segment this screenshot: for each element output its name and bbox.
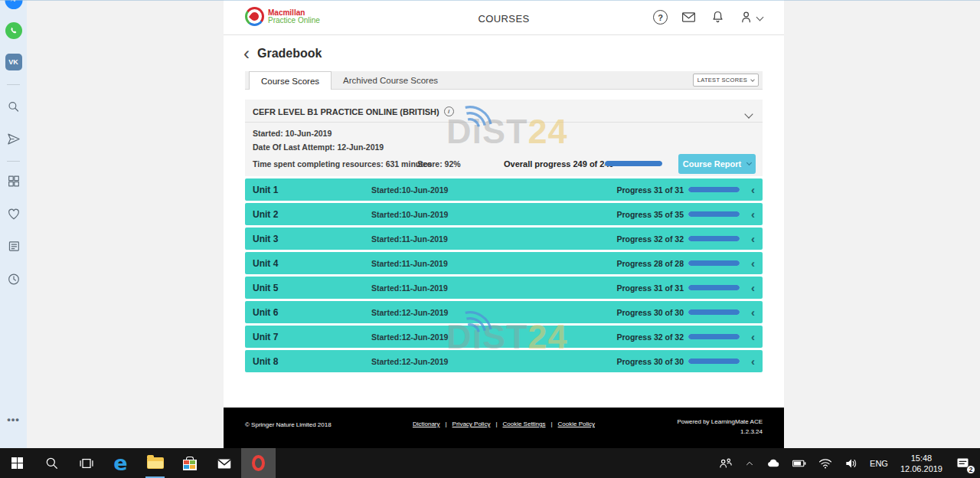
sidebar-divider <box>7 84 20 85</box>
unit-progress-bar <box>688 236 740 241</box>
messenger-icon[interactable] <box>5 0 22 9</box>
chevron-left-icon[interactable]: ‹ <box>751 309 755 316</box>
nav-courses-link[interactable]: COURSES <box>478 13 529 25</box>
unit-name: Unit 7 <box>253 332 371 342</box>
unit-progress-bar <box>688 334 740 339</box>
account-menu-icon[interactable] <box>739 9 763 25</box>
unit-started-date: Started:12-Jun-2019 <box>371 308 448 317</box>
tab-course-scores[interactable]: Course Scores <box>249 71 332 90</box>
browser-sidebar: VK ••• <box>0 0 27 448</box>
onedrive-cloud-icon[interactable] <box>761 448 786 478</box>
latest-scores-dropdown[interactable]: LATEST SCORES <box>693 74 759 87</box>
footer-link-separator: | <box>446 421 447 427</box>
course-started-date: Started: 10-Jun-2019 <box>253 129 332 138</box>
back-button[interactable]: ‹ <box>243 46 250 61</box>
opera-browser-icon[interactable] <box>241 448 276 478</box>
footer-link[interactable]: Privacy Policy <box>452 421 491 427</box>
info-icon[interactable]: i <box>444 106 454 116</box>
chevron-left-icon[interactable]: ‹ <box>751 358 755 365</box>
people-tray-icon[interactable] <box>714 448 738 478</box>
news-icon[interactable] <box>6 239 21 254</box>
unit-started-date: Started:11-Jun-2019 <box>371 234 448 244</box>
footer-link-separator: | <box>495 421 497 427</box>
course-report-button[interactable]: Course Report <box>678 154 756 174</box>
tray-expand-chevron-icon[interactable] <box>740 448 760 478</box>
speed-dial-grid-icon[interactable] <box>6 174 21 188</box>
help-icon[interactable]: ? <box>653 10 668 25</box>
unit-progress-bar <box>688 260 740 266</box>
course-last-attempt-date: Date Of Last Attempt: 12-Jun-2019 <box>253 142 384 152</box>
task-view-icon[interactable] <box>69 448 103 478</box>
unit-row[interactable]: Unit 5 Started:11-Jun-2019 Progress 31 o… <box>245 277 763 299</box>
footer-link[interactable]: Cookie Settings <box>502 421 545 427</box>
chevron-left-icon[interactable]: ‹ <box>751 284 755 292</box>
chevron-down-icon <box>746 160 752 165</box>
unit-list: Unit 1 Started:10-Jun-2019 Progress 31 o… <box>245 178 763 375</box>
chevron-left-icon[interactable]: ‹ <box>751 235 755 243</box>
macmillan-logo-icon <box>245 7 264 26</box>
unit-progress-bar <box>688 358 740 364</box>
whatsapp-icon[interactable] <box>5 22 22 39</box>
file-explorer-icon[interactable] <box>138 448 172 478</box>
page-title: Gradebook <box>257 47 322 61</box>
unit-row[interactable]: Unit 7 Started:12-Jun-2019 Progress 32 o… <box>245 326 763 348</box>
windows-logo-icon <box>11 457 23 469</box>
search-icon[interactable] <box>6 100 21 114</box>
mail-icon[interactable] <box>681 9 697 25</box>
my-flow-send-icon[interactable] <box>6 132 21 146</box>
taskbar-search-icon[interactable] <box>34 448 69 478</box>
volume-icon[interactable] <box>839 448 864 478</box>
chevron-left-icon[interactable]: ‹ <box>751 333 755 341</box>
history-clock-icon[interactable] <box>6 272 21 286</box>
language-indicator[interactable]: ENG <box>865 448 893 478</box>
macmillan-logo[interactable]: Macmillan Practice Online <box>245 7 320 26</box>
clock-date[interactable]: 15:48 12.06.2019 <box>894 448 949 478</box>
chevron-left-icon[interactable]: ‹ <box>751 186 755 194</box>
unit-name: Unit 5 <box>253 283 371 293</box>
unit-progress-label: Progress 32 of 32 <box>616 332 684 342</box>
tray-time: 15:48 <box>900 453 942 463</box>
tab-strip: Course Scores Archived Course Scores LAT… <box>245 71 763 90</box>
wifi-icon[interactable] <box>813 448 838 478</box>
notification-badge: 2 <box>966 465 975 474</box>
course-time-spent: Time spent completing resources: 631 min… <box>253 159 432 169</box>
chevron-left-icon[interactable]: ‹ <box>751 211 755 218</box>
footer-link[interactable]: Dictionary <box>413 421 440 427</box>
overall-progress-label: Overall progress 249 of 249 <box>504 159 614 169</box>
footer-link-separator: | <box>551 421 553 427</box>
unit-started-date: Started:12-Jun-2019 <box>371 332 448 342</box>
site-header: Macmillan Practice Online COURSES ? <box>224 0 784 35</box>
action-center-icon[interactable]: 2 <box>950 448 975 478</box>
edge-browser-icon[interactable]: e <box>103 448 138 478</box>
unit-progress-label: Progress 28 of 28 <box>616 259 684 268</box>
unit-name: Unit 2 <box>253 209 371 220</box>
chevron-down-icon[interactable] <box>746 106 752 120</box>
microsoft-store-icon[interactable] <box>172 448 207 478</box>
unit-started-date: Started:10-Jun-2019 <box>371 210 448 219</box>
course-panel-header[interactable]: CEFR LEVEL B1 PRACTICE ONLINE (BRITISH) … <box>245 100 763 123</box>
unit-row[interactable]: Unit 1 Started:10-Jun-2019 Progress 31 o… <box>245 178 763 201</box>
bookmarks-heart-icon[interactable] <box>6 207 21 221</box>
footer-copyright: © Springer Nature Limited 2018 <box>245 421 332 428</box>
unit-row[interactable]: Unit 2 Started:10-Jun-2019 Progress 35 o… <box>245 203 763 225</box>
battery-icon[interactable] <box>787 448 812 478</box>
unit-progress-label: Progress 31 of 31 <box>616 185 684 195</box>
tab-archived-course-scores[interactable]: Archived Course Scores <box>332 71 449 89</box>
start-button[interactable] <box>0 448 34 478</box>
chevron-left-icon[interactable]: ‹ <box>751 260 755 267</box>
unit-progress-label: Progress 30 of 30 <box>616 308 684 317</box>
course-panel: CEFR LEVEL B1 PRACTICE ONLINE (BRITISH) … <box>245 100 763 176</box>
vk-icon[interactable]: VK <box>5 54 22 70</box>
footer-link[interactable]: Cookie Policy <box>558 421 595 427</box>
unit-row[interactable]: Unit 3 Started:11-Jun-2019 Progress 32 o… <box>245 228 763 250</box>
unit-row[interactable]: Unit 6 Started:12-Jun-2019 Progress 30 o… <box>245 301 763 323</box>
notifications-bell-icon[interactable] <box>710 9 726 25</box>
unit-row[interactable]: Unit 4 Started:11-Jun-2019 Progress 28 o… <box>245 252 763 274</box>
chevron-down-icon <box>750 77 755 82</box>
unit-row[interactable]: Unit 8 Started:12-Jun-2019 Progress 30 o… <box>245 350 763 372</box>
sidebar-more-icon[interactable]: ••• <box>7 414 20 425</box>
mail-app-icon[interactable] <box>207 448 241 478</box>
unit-progress-bar <box>688 285 740 290</box>
unit-name: Unit 1 <box>253 185 371 195</box>
unit-progress-bar <box>688 309 740 315</box>
